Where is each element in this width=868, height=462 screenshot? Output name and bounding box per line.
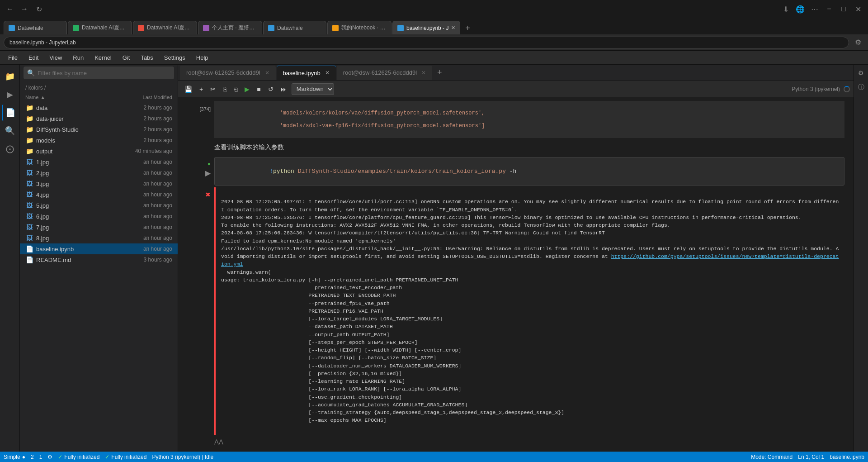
- status-settings-icon[interactable]: ⚙: [47, 454, 52, 460]
- tab-label-4: 个人主页 · 魔搭社区: [212, 24, 257, 32]
- refresh-button[interactable]: ↻: [33, 3, 45, 15]
- add-cell-button[interactable]: +: [197, 84, 206, 94]
- browser-tab-5[interactable]: Datawhale: [263, 21, 326, 34]
- search-sidebar-icon[interactable]: 🔍: [2, 123, 18, 139]
- cell-body-title: 查看训练脚本的输入参数: [214, 140, 844, 155]
- new-notebook-tab-button[interactable]: +: [433, 67, 446, 79]
- list-item[interactable]: 🖼 2.jpg an hour ago: [20, 167, 178, 178]
- save-button[interactable]: 💾: [182, 84, 195, 94]
- browser-settings-icon[interactable]: ⚙: [852, 36, 864, 49]
- globe-icon[interactable]: 🌐: [794, 3, 807, 15]
- distutils-link[interactable]: https://github.com/pypa/setuptools/issue…: [221, 253, 839, 267]
- new-tab-button[interactable]: +: [461, 22, 474, 34]
- folder-icon: 📁: [25, 114, 33, 123]
- downloads-icon[interactable]: ⇓: [779, 3, 792, 15]
- search-input[interactable]: [38, 67, 170, 79]
- browser-tab-2[interactable]: Datawhale AI夏令营第: [68, 21, 132, 34]
- back-button[interactable]: ←: [4, 3, 16, 15]
- close-tab-7[interactable]: ✕: [451, 25, 455, 31]
- address-input[interactable]: [4, 37, 849, 48]
- simple-toggle[interactable]: ●: [22, 454, 25, 460]
- run-cell-button[interactable]: ▶: [242, 84, 252, 94]
- kernel-name: Python 3 (ipykernel): [792, 86, 840, 92]
- status-kernel: Python 3 (ipykernel) | Idle: [152, 454, 213, 460]
- restart-run-button[interactable]: ⏭: [278, 84, 290, 94]
- menu-tabs[interactable]: Tabs: [136, 53, 157, 62]
- forward-button[interactable]: →: [18, 3, 31, 15]
- menu-kernel[interactable]: Kernel: [90, 53, 116, 62]
- nb-tab-label-2: baseline.ipynb: [283, 70, 321, 76]
- menu-bar: File Edit View Run Kernel Git Tabs Setti…: [0, 51, 868, 65]
- image-icon: 🖼: [25, 223, 33, 231]
- menu-run[interactable]: Run: [68, 53, 88, 62]
- list-item-baseline[interactable]: 📄 baseline.ipynb an hour ago: [20, 243, 178, 254]
- browser-tab-3[interactable]: Datawhale AI夏令营第: [133, 21, 197, 34]
- list-item[interactable]: 📄 README.md 3 hours ago: [20, 254, 178, 265]
- stop-kernel-button[interactable]: ■: [254, 84, 263, 94]
- list-item[interactable]: 📁 DiffSynth-Studio 2 hours ago: [20, 124, 178, 135]
- file-time: 3 hours ago: [113, 257, 172, 263]
- nb-tab-terminal-2[interactable]: root@dsw-612625-6dcddd9l ✕: [337, 66, 433, 80]
- list-item[interactable]: 🖼 3.jpg an hour ago: [20, 178, 178, 189]
- col-modified-header[interactable]: Last Modified: [113, 95, 172, 100]
- fold-arrow[interactable]: ⋀⋀: [214, 438, 223, 445]
- menu-git[interactable]: Git: [118, 53, 135, 62]
- cell-train-command: ● ▶ !python DiffSynth-Studio/examples/tr…: [187, 157, 844, 186]
- extensions-icon[interactable]: ⨀: [2, 141, 18, 157]
- cell-body: 'models/kolors/kolors/vae/diffusion_pyto…: [214, 101, 844, 138]
- list-item[interactable]: 🖼 7.jpg an hour ago: [20, 222, 178, 233]
- close-window-button[interactable]: ✕: [852, 3, 864, 15]
- image-icon: 🖼: [25, 201, 33, 210]
- cell-number: [374]: [200, 105, 211, 114]
- list-item[interactable]: 📁 models 2 hours ago: [20, 135, 178, 146]
- close-tab-1[interactable]: ✕: [265, 70, 269, 76]
- list-item[interactable]: 🖼 1.jpg an hour ago: [20, 157, 178, 167]
- right-settings-icon[interactable]: ⚙: [855, 67, 868, 79]
- list-item[interactable]: 🖼 6.jpg an hour ago: [20, 211, 178, 222]
- run-cell-inline-button[interactable]: ▶: [205, 169, 211, 177]
- menu-edit[interactable]: Edit: [24, 53, 43, 62]
- col-name-header[interactable]: Name ▲: [25, 95, 113, 100]
- explorer-icon[interactable]: 📄: [2, 105, 18, 121]
- browser-tab-6[interactable]: 我的Notebook · 魔搭社: [327, 21, 392, 34]
- image-icon: 🖼: [25, 180, 33, 188]
- close-tab-3[interactable]: ✕: [421, 70, 426, 76]
- minimize-button[interactable]: −: [823, 3, 835, 15]
- menu-view[interactable]: View: [45, 53, 66, 62]
- browser-tab-1[interactable]: Datawhale: [4, 21, 67, 34]
- close-tab-2[interactable]: ✕: [325, 70, 330, 76]
- folder-icon: 📁: [25, 125, 33, 133]
- check-icon-1: ✓: [58, 454, 62, 460]
- right-info-icon[interactable]: ⓘ: [855, 81, 868, 94]
- list-item[interactable]: 📁 data 2 hours ago: [20, 102, 178, 113]
- status-initialized-1: ✓ Fully initialized: [58, 454, 99, 460]
- file-list: 📁 data 2 hours ago 📁 data-juicer 2 hours…: [20, 102, 178, 452]
- list-item[interactable]: 🖼 5.jpg an hour ago: [20, 200, 178, 211]
- nb-tab-terminal-1[interactable]: root@dsw-612625-6dcddd9l ✕: [180, 66, 276, 80]
- cell-gutter: [374]: [187, 101, 214, 138]
- cell-type-select[interactable]: Markdown Code Raw: [292, 83, 334, 95]
- nb-tab-baseline[interactable]: baseline.ipynb ✕: [277, 66, 336, 80]
- cell-safetensors: [374] 'models/kolors/kolors/vae/diffusio…: [187, 101, 844, 138]
- maximize-button[interactable]: □: [837, 3, 850, 15]
- restart-kernel-button[interactable]: ↺: [265, 84, 276, 94]
- list-item[interactable]: 🖼 8.jpg an hour ago: [20, 233, 178, 243]
- browser-tab-7[interactable]: baseline.ipynb - J ✕: [392, 21, 460, 34]
- menu-help[interactable]: Help: [192, 53, 213, 62]
- more-icon[interactable]: ⋯: [808, 3, 821, 15]
- file-name: 7.jpg: [36, 224, 113, 231]
- paste-cell-button[interactable]: ⎗: [231, 84, 240, 94]
- simple-label: Simple: [4, 454, 20, 460]
- list-item[interactable]: 📁 output 40 minutes ago: [20, 146, 178, 157]
- cut-cell-button[interactable]: ✂: [208, 84, 218, 94]
- cell-input-cmd[interactable]: !python DiffSynth-Studio/examples/train/…: [214, 157, 844, 186]
- files-icon[interactable]: 📁: [2, 68, 18, 85]
- browser-tab-4[interactable]: 个人主页 · 魔搭社区: [198, 21, 262, 34]
- menu-settings[interactable]: Settings: [160, 53, 190, 62]
- copy-cell-button[interactable]: ⎘: [220, 84, 229, 94]
- list-item[interactable]: 🖼 4.jpg an hour ago: [20, 189, 178, 200]
- check-icon-2: ✓: [105, 454, 109, 460]
- menu-file[interactable]: File: [4, 53, 22, 62]
- list-item[interactable]: 📁 data-juicer 2 hours ago: [20, 113, 178, 124]
- running-icon[interactable]: ▶: [2, 86, 18, 103]
